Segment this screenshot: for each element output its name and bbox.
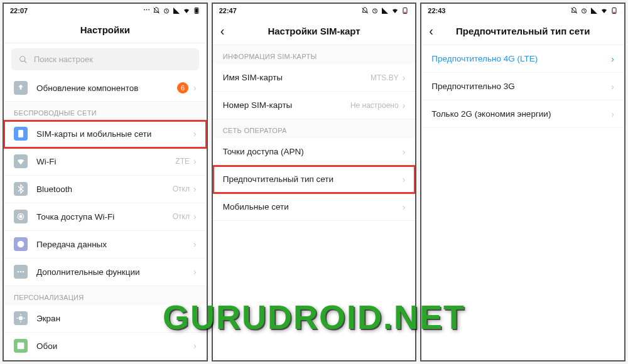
search-input[interactable]: Поиск настроек	[11, 48, 199, 70]
row-label: Предпочтительно 4G (LTE)	[431, 54, 611, 63]
status-bar: 22:07 ⋯	[4, 4, 207, 17]
update-icon	[14, 81, 28, 95]
list-row[interactable]: BluetoothОткл›	[4, 176, 207, 203]
section-wireless: БЕСПРОВОДНЫЕ СЕТИ	[4, 102, 207, 120]
alarm-icon	[163, 7, 170, 14]
list-row[interactable]: Предпочтительно 3G›	[421, 73, 624, 100]
svg-rect-15	[404, 12, 406, 13]
phone-screen-1: 22:07 ⋯ Настройки Поиск настроек Обновле…	[3, 3, 208, 361]
list-row[interactable]: Мобильные сети›	[213, 193, 416, 221]
list-row[interactable]: Экран›	[4, 305, 207, 333]
data-icon	[14, 237, 28, 251]
list-row[interactable]: Предпочтительный тип сети›	[213, 166, 416, 193]
mute-icon	[153, 7, 160, 14]
chevron-right-icon: ›	[403, 174, 406, 185]
list-row[interactable]: Номер SIM-картыНе настроено›	[213, 92, 416, 119]
status-icons: ⋯	[143, 6, 200, 14]
alarm-icon	[580, 7, 588, 14]
section-sim-info: ИНФОРМАЦИЯ SIM-КАРТЫ	[213, 45, 416, 64]
alarm-icon	[371, 7, 379, 14]
chevron-right-icon: ›	[193, 341, 197, 351]
svg-point-7	[18, 241, 24, 248]
section-operator: СЕТЬ ОПЕРАТОРА	[213, 119, 416, 138]
back-button[interactable]: ‹	[429, 24, 433, 38]
row-label: Точка доступа Wi-Fi	[36, 212, 173, 222]
battery-icon	[193, 7, 200, 14]
row-label: SIM-карты и мобильные сети	[36, 129, 193, 139]
display-icon	[14, 311, 28, 325]
svg-point-9	[20, 271, 22, 273]
list-row[interactable]: Обои›	[4, 333, 207, 360]
row-label: Экран	[36, 314, 193, 323]
row-value: Откл	[173, 185, 190, 193]
svg-rect-2	[195, 8, 198, 13]
list-row[interactable]: Точка доступа Wi-FiОткл›	[4, 203, 207, 231]
row-label: Обновление компонентов	[36, 83, 177, 93]
list-row[interactable]: Имя SIM-картыMTS.BY›	[213, 64, 416, 92]
svg-rect-18	[613, 12, 615, 13]
chevron-right-icon: ›	[611, 82, 614, 92]
row-value: ZTE	[175, 157, 190, 166]
chevron-right-icon: ›	[193, 211, 197, 222]
wifi-icon	[391, 7, 399, 14]
chevron-right-icon: ›	[193, 313, 197, 323]
svg-rect-12	[18, 343, 24, 350]
battery-icon	[610, 7, 618, 14]
chevron-right-icon: ›	[193, 83, 197, 93]
signal-icon	[381, 7, 389, 14]
row-updates[interactable]: Обновление компонентов 6 ›	[4, 75, 207, 102]
list-row[interactable]: Точки доступа (APN)›	[213, 138, 416, 166]
row-label: Предпочтительно 3G	[431, 82, 611, 91]
svg-point-5	[19, 215, 22, 218]
list-row[interactable]: Дополнительные функции›	[4, 259, 207, 286]
chevron-right-icon: ›	[611, 109, 614, 119]
phone-screen-2: 22:47 ‹ Настройки SIM-карт ИНФОРМАЦИЯ SI…	[212, 3, 417, 361]
svg-point-11	[19, 316, 23, 321]
row-value: Не настроено	[350, 101, 399, 110]
list-row[interactable]: Передача данных›	[4, 231, 207, 259]
page-title: Настройки	[80, 24, 130, 35]
list-row[interactable]: Wi-FiZTE›	[4, 148, 207, 176]
row-label: Обои	[36, 341, 193, 351]
svg-point-10	[23, 271, 24, 273]
list-row[interactable]: Предпочтительно 4G (LTE)›	[421, 45, 624, 73]
svg-point-8	[18, 271, 19, 273]
chevron-right-icon: ›	[403, 73, 406, 83]
wallpaper-icon	[14, 339, 28, 353]
chevron-right-icon: ›	[611, 54, 614, 64]
wifi-icon	[183, 7, 190, 14]
page-title: Предпочтительный тип сети	[456, 26, 590, 36]
row-label: Мобильные сети	[223, 202, 403, 211]
chevron-right-icon: ›	[403, 100, 406, 110]
chevron-right-icon: ›	[193, 239, 197, 249]
row-label: Точки доступа (APN)	[223, 147, 403, 156]
nav-bar: Настройки	[4, 17, 207, 43]
search-placeholder: Поиск настроек	[34, 55, 93, 64]
status-time: 22:47	[219, 7, 237, 14]
mute-icon	[361, 7, 369, 14]
back-button[interactable]: ‹	[220, 24, 225, 38]
nav-bar: ‹ Настройки SIM-карт	[213, 18, 416, 45]
chevron-right-icon: ›	[193, 156, 197, 166]
update-badge: 6	[177, 82, 188, 94]
row-label: Только 2G (экономия энергии)	[431, 109, 611, 119]
svg-point-3	[20, 56, 25, 61]
list-row[interactable]: SIM-карты и мобильные сети›	[4, 120, 207, 148]
status-time: 22:43	[428, 7, 445, 14]
phone-screen-3: 22:43 ‹ Предпочтительный тип сети Предпо…	[420, 3, 625, 361]
hotspot-icon	[14, 210, 28, 223]
row-label: Номер SIM-карты	[223, 100, 350, 110]
nav-bar: ‹ Предпочтительный тип сети	[421, 18, 624, 45]
page-title: Настройки SIM-карт	[268, 26, 360, 36]
more-icon	[14, 265, 28, 279]
status-bar: 22:43	[421, 4, 624, 18]
row-label: Дополнительные функции	[36, 267, 193, 277]
battery-icon	[401, 7, 409, 14]
more-icon: ⋯	[143, 6, 150, 14]
signal-icon	[173, 7, 180, 14]
chevron-right-icon: ›	[193, 129, 197, 139]
row-label: Передача данных	[36, 240, 193, 249]
signal-icon	[590, 7, 598, 14]
row-value: MTS.BY	[371, 73, 399, 82]
list-row[interactable]: Только 2G (экономия энергии)›	[421, 100, 624, 128]
